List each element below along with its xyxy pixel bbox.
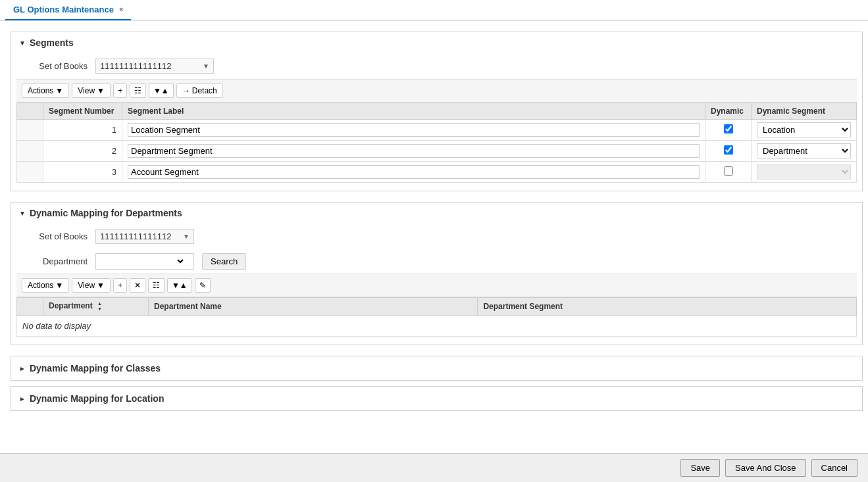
row-2-label-cell[interactable] bbox=[122, 141, 705, 162]
dept-edit-btn[interactable]: ✎ bbox=[195, 278, 211, 293]
row-3-label-input[interactable] bbox=[128, 165, 700, 179]
segments-collapse-arrow: ▼ bbox=[19, 39, 26, 47]
segments-sob-dropdown-icon[interactable]: ▼ bbox=[203, 62, 209, 70]
save-and-close-button[interactable]: Save And Close bbox=[725, 459, 806, 477]
segments-section: ▼ Segments Set of Books 111111111111112 … bbox=[11, 32, 863, 191]
segments-section-header[interactable]: ▼ Segments bbox=[11, 32, 862, 53]
col-header-empty bbox=[17, 103, 43, 120]
row-3-dynamic-segment-cell[interactable]: Location Department Account bbox=[752, 162, 857, 183]
dept-field-row: Department Search bbox=[11, 249, 862, 274]
dept-no-data-row: No data to display bbox=[17, 316, 857, 337]
row-3-dynamic-cell[interactable] bbox=[705, 162, 752, 183]
dept-view-btn[interactable]: View ▼ bbox=[72, 278, 111, 293]
dept-grid-icon-btn[interactable]: ☷ bbox=[148, 278, 165, 293]
tab-gl-options[interactable]: GL Options Maintenance × bbox=[5, 0, 131, 20]
row-1-dynamic-segment-cell[interactable]: Location Department Account Class bbox=[752, 120, 857, 141]
dept-view-label: View bbox=[78, 281, 95, 290]
segments-actions-arrow: ▼ bbox=[55, 86, 63, 95]
dept-toolbar: Actions ▼ View ▼ + ✕ ☷ ▼▲ ✎ bbox=[16, 274, 857, 297]
row-3-dynamic-segment-select[interactable]: Location Department Account bbox=[757, 164, 851, 180]
table-row: 1 Location Department bbox=[17, 120, 857, 141]
col-header-segment-number: Segment Number bbox=[43, 103, 122, 120]
col-header-segment-label: Segment Label bbox=[122, 103, 705, 120]
location-section-header[interactable]: ► Dynamic Mapping for Location bbox=[11, 387, 862, 410]
search-button[interactable]: Search bbox=[202, 253, 246, 270]
segments-add-btn[interactable]: + bbox=[113, 84, 127, 98]
no-data-cell: No data to display bbox=[17, 316, 857, 337]
segments-detach-btn[interactable]: → Detach bbox=[176, 84, 223, 98]
row-2-dynamic-checkbox[interactable] bbox=[724, 145, 733, 155]
row-selector[interactable] bbox=[17, 120, 43, 141]
tab-close-icon[interactable]: × bbox=[119, 5, 123, 13]
scrollable-area[interactable]: ▼ Segments Set of Books 111111111111112 … bbox=[0, 21, 868, 453]
dept-col-header-dept[interactable]: Department ▲ ▼ bbox=[43, 298, 149, 316]
row-3-label-cell[interactable] bbox=[122, 162, 705, 183]
location-section: ► Dynamic Mapping for Location bbox=[11, 386, 863, 411]
segments-sob-row: Set of Books 111111111111112 ▼ bbox=[11, 53, 862, 79]
table-row: 2 Location Department bbox=[17, 141, 857, 162]
segments-sob-input[interactable]: 111111111111112 ▼ bbox=[95, 59, 214, 74]
tab-bar: GL Options Maintenance × bbox=[0, 0, 868, 21]
row-1-dynamic-checkbox[interactable] bbox=[724, 124, 733, 133]
dept-add-btn[interactable]: + bbox=[113, 278, 127, 293]
dept-select[interactable] bbox=[100, 256, 186, 267]
row-2-dynamic-segment-select[interactable]: Location Department Account Class bbox=[757, 143, 851, 158]
dept-table: Department ▲ ▼ Department Name Departmen… bbox=[16, 297, 857, 337]
dept-sob-label: Set of Books bbox=[22, 231, 88, 241]
row-3-dynamic-checkbox[interactable] bbox=[724, 166, 733, 176]
row-2-label-input[interactable] bbox=[128, 144, 700, 158]
segments-title: Segments bbox=[30, 37, 74, 48]
footer: Save Save And Close Cancel bbox=[0, 453, 868, 482]
segments-grid-icon-btn[interactable]: ☷ bbox=[130, 84, 146, 98]
departments-title: Dynamic Mapping for Departments bbox=[30, 208, 182, 218]
dept-sob-row: Set of Books 111111111111112 ▼ bbox=[11, 224, 862, 249]
segments-sob-value: 111111111111112 bbox=[100, 61, 171, 71]
segments-view-arrow: ▼ bbox=[97, 86, 105, 95]
dept-view-arrow: ▼ bbox=[97, 281, 105, 290]
dept-filter-btn[interactable]: ▼▲ bbox=[167, 278, 192, 293]
dept-sob-input[interactable]: 111111111111112 ▼ bbox=[95, 229, 194, 244]
segments-actions-btn[interactable]: Actions ▼ bbox=[22, 84, 69, 98]
row-1-label-input[interactable] bbox=[128, 123, 700, 137]
dept-actions-arrow: ▼ bbox=[55, 281, 63, 290]
row-1-dynamic-cell[interactable] bbox=[705, 120, 752, 141]
row-selector[interactable] bbox=[17, 162, 43, 183]
segments-sob-label: Set of Books bbox=[22, 61, 88, 71]
classes-section-header[interactable]: ► Dynamic Mapping for Classes bbox=[11, 356, 862, 380]
dept-sob-value: 111111111111112 bbox=[100, 231, 171, 241]
dept-delete-btn[interactable]: ✕ bbox=[130, 278, 145, 293]
col-header-dynamic-segment: Dynamic Segment bbox=[752, 103, 857, 120]
dept-field-input[interactable] bbox=[95, 253, 194, 270]
segments-view-label: View bbox=[78, 86, 95, 95]
row-1-dynamic-segment-select[interactable]: Location Department Account Class bbox=[757, 122, 851, 137]
departments-collapse-arrow: ▼ bbox=[19, 210, 26, 217]
segments-detach-label: Detach bbox=[192, 86, 217, 95]
row-2-dynamic-segment-cell[interactable]: Location Department Account Class bbox=[752, 141, 857, 162]
dept-sob-dropdown-icon[interactable]: ▼ bbox=[183, 233, 190, 240]
location-title: Dynamic Mapping for Location bbox=[30, 393, 165, 404]
departments-section-header[interactable]: ▼ Dynamic Mapping for Departments bbox=[11, 203, 862, 224]
segments-grid: Segment Number Segment Label Dynamic Dyn… bbox=[16, 103, 857, 183]
classes-expand-arrow: ► bbox=[19, 365, 26, 372]
row-selector[interactable] bbox=[17, 141, 43, 162]
segments-filter-btn[interactable]: ▼▲ bbox=[149, 84, 174, 98]
row-3-number: 3 bbox=[43, 162, 122, 183]
row-2-dynamic-cell[interactable] bbox=[705, 141, 752, 162]
classes-section: ► Dynamic Mapping for Classes bbox=[11, 356, 863, 381]
col-header-dynamic: Dynamic bbox=[705, 103, 752, 120]
cancel-button[interactable]: Cancel bbox=[811, 459, 857, 477]
segments-actions-label: Actions bbox=[28, 86, 53, 95]
main-content: ▼ Segments Set of Books 111111111111112 … bbox=[0, 21, 868, 482]
row-1-label-cell[interactable] bbox=[122, 120, 705, 141]
segments-toolbar: Actions ▼ View ▼ + ☷ ▼▲ → Detach bbox=[16, 79, 857, 103]
tab-title: GL Options Maintenance bbox=[13, 5, 114, 14]
dept-sort-icons: ▲ ▼ bbox=[97, 301, 102, 312]
dept-col-header-segment: Department Segment bbox=[478, 298, 857, 316]
dept-actions-btn[interactable]: Actions ▼ bbox=[22, 278, 69, 293]
segments-view-btn[interactable]: View ▼ bbox=[72, 84, 111, 98]
location-expand-arrow: ► bbox=[19, 395, 26, 402]
dept-actions-label: Actions bbox=[28, 281, 53, 290]
save-button[interactable]: Save bbox=[680, 459, 720, 477]
table-row: 3 Location Departme bbox=[17, 162, 857, 183]
classes-title: Dynamic Mapping for Classes bbox=[30, 363, 161, 374]
